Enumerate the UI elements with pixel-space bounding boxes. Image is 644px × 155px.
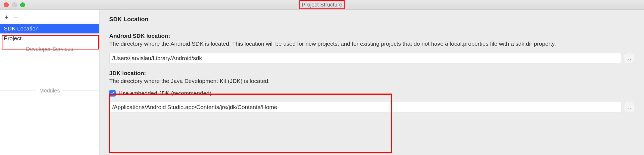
sidebar-item-project[interactable]: Project (0, 33, 99, 43)
sidebar-group-label: Developer Services (23, 46, 76, 52)
jdk-path-input[interactable] (109, 102, 621, 112)
jdk-desc: The directory where the Java Development… (109, 77, 634, 85)
sdk-title: Android SDK location: (109, 33, 634, 39)
jdk-section: JDK location: The directory where the Ja… (109, 70, 634, 112)
embedded-jdk-label: Use embedded JDK (recommended) (118, 90, 211, 97)
checkmark-icon (110, 91, 115, 95)
traffic-lights (0, 2, 25, 7)
sdk-path-input[interactable] (109, 53, 621, 63)
remove-icon[interactable]: − (14, 13, 18, 21)
jdk-title: JDK location: (109, 70, 634, 76)
sdk-desc: The directory where the Android SDK is l… (109, 40, 634, 48)
titlebar: Project Structure (0, 0, 644, 10)
page-heading: SDK Location (109, 16, 634, 23)
window-title: Project Structure (299, 0, 345, 9)
sidebar-item-sdk-location[interactable]: SDK Location (0, 24, 99, 33)
sdk-section: Android SDK location: The directory wher… (109, 33, 634, 63)
sidebar: + − SDK Location Project Developer Servi… (0, 10, 99, 155)
close-window-button[interactable] (4, 2, 9, 7)
content-pane: SDK Location Android SDK location: The d… (99, 10, 644, 155)
sidebar-group-developer-services: Developer Services (0, 43, 99, 55)
maximize-window-button[interactable] (20, 2, 25, 7)
sdk-browse-button[interactable]: ... (624, 53, 634, 63)
sidebar-item-label: SDK Location (4, 25, 39, 32)
minimize-window-button[interactable] (12, 2, 17, 7)
add-icon[interactable]: + (4, 13, 8, 21)
embedded-jdk-checkbox[interactable] (109, 90, 116, 97)
sidebar-item-label: Project (4, 35, 21, 41)
jdk-browse-button[interactable]: ... (624, 102, 634, 112)
sidebar-group-label: Modules (37, 88, 63, 94)
sidebar-group-modules: Modules (0, 85, 99, 97)
